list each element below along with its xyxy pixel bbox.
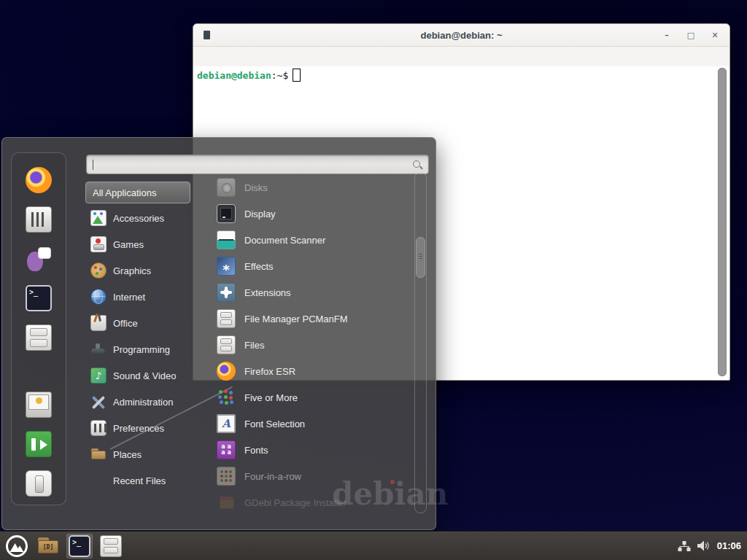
terminal-menu-view[interactable]	[225, 55, 239, 59]
search-icon	[412, 160, 422, 170]
terminal-icon	[26, 285, 52, 311]
app-files[interactable]: Files	[195, 332, 414, 358]
terminal-scrollbar[interactable]	[718, 68, 727, 375]
programming-icon	[90, 341, 107, 357]
category-label: Graphics	[113, 265, 151, 276]
favorite-pidgin[interactable]	[25, 245, 53, 273]
category-internet[interactable]: Internet	[84, 284, 195, 310]
terminal-scrollbar-thumb[interactable]	[718, 68, 727, 376]
app-document-scanner[interactable]: Document Scanner	[195, 227, 414, 253]
app-label: File Manager PCManFM	[244, 314, 348, 324]
app-label: Font Selection	[244, 419, 305, 429]
category-label: Office	[113, 318, 138, 329]
favorites-panel	[11, 152, 66, 505]
menu-search-box	[86, 155, 429, 174]
office-icon	[90, 315, 107, 331]
favorite-shutdown[interactable]	[25, 470, 53, 497]
app-effects[interactable]: Effects	[195, 253, 414, 279]
favorite-terminal[interactable]	[25, 284, 53, 312]
app-disks[interactable]: Disks	[195, 174, 414, 201]
category-programming[interactable]: Programming	[84, 336, 195, 362]
category-label: Places	[113, 449, 142, 460]
minimize-button[interactable]: –	[662, 31, 671, 40]
terminal-menu-search[interactable]	[239, 55, 252, 59]
app-file-manager-pcmanfm[interactable]: File Manager PCManFM	[195, 306, 414, 332]
applications-list: Disks Display Document Scanner Effects E…	[195, 174, 414, 516]
volume-icon[interactable]	[697, 540, 711, 551]
app-gdebi-package-installer[interactable]: GDebi Package Installer	[195, 489, 414, 516]
terminal-menu-edit[interactable]	[212, 55, 225, 59]
games-icon	[90, 236, 107, 252]
settings-icon	[26, 206, 52, 233]
display-icon	[217, 204, 236, 223]
terminal-menu-help[interactable]	[265, 55, 278, 59]
category-administration[interactable]: Administration	[84, 389, 195, 415]
logout-icon	[26, 431, 52, 457]
terminal-icon	[69, 535, 90, 557]
applications-scrollbar[interactable]	[414, 172, 427, 513]
launcher-desktop-folder[interactable]: [D]	[35, 534, 61, 559]
terminal-window-icon	[204, 31, 210, 39]
graphics-icon	[90, 262, 107, 279]
launcher-menu-button[interactable]	[4, 534, 30, 559]
category-preferences[interactable]: Preferences	[84, 415, 195, 441]
category-label: Internet	[113, 292, 145, 303]
category-label: Administration	[113, 397, 173, 408]
administration-icon	[90, 394, 107, 410]
app-label: Files	[244, 340, 264, 351]
shutdown-icon	[26, 470, 52, 497]
terminal-menu-file[interactable]	[199, 55, 212, 59]
maximize-button[interactable]: □	[686, 31, 695, 40]
favorite-settings[interactable]	[25, 206, 53, 233]
taskbar: [D] 01:06	[0, 531, 747, 560]
app-label: Extensions	[244, 287, 291, 298]
internet-icon	[90, 289, 107, 305]
places-icon	[90, 446, 107, 462]
extensions-icon	[217, 283, 236, 302]
accessories-icon	[90, 210, 107, 226]
category-games[interactable]: Games	[84, 231, 195, 257]
favorite-file-manager[interactable]	[25, 324, 53, 351]
favorite-screensaver[interactable]	[25, 391, 53, 419]
app-display[interactable]: Display	[195, 201, 414, 227]
cabinet-icon	[100, 535, 122, 557]
favorite-firefox[interactable]	[25, 166, 53, 194]
favorite-logout[interactable]	[25, 430, 53, 458]
app-font-selection[interactable]: Font Selection	[195, 411, 414, 437]
category-accessories[interactable]: Accessories	[84, 205, 195, 231]
category-sound-video[interactable]: Sound & Video	[84, 362, 195, 389]
taskbar-launchers: [D]	[0, 534, 124, 559]
app-four-in-a-row[interactable]: Four-in-a-row	[195, 463, 414, 489]
cabinet-icon	[217, 309, 236, 328]
terminal-titlebar[interactable]: debian@debian: ~ – □ ✕	[193, 24, 729, 47]
app-label: Fonts	[244, 445, 268, 456]
category-recent-files[interactable]: Recent Files	[84, 467, 195, 494]
search-input[interactable]	[87, 155, 428, 174]
terminal-menu-terminal[interactable]	[252, 55, 265, 59]
sound-video-icon	[90, 368, 107, 384]
preferences-icon	[90, 420, 107, 436]
launcher-files-task[interactable]	[98, 534, 124, 559]
network-icon[interactable]	[678, 541, 691, 551]
applications-scrollbar-thumb[interactable]	[416, 237, 425, 278]
category-office[interactable]: Office	[84, 310, 195, 336]
prompt-user-host: debian@debian	[197, 70, 271, 81]
app-firefox-esr[interactable]: Firefox ESR	[195, 358, 414, 384]
close-button[interactable]: ✕	[711, 31, 719, 40]
effects-icon	[217, 257, 236, 276]
category-all-applications[interactable]: All Applications	[85, 182, 190, 203]
launcher-terminal-task[interactable]	[66, 534, 93, 559]
category-label: Games	[113, 239, 144, 250]
clock[interactable]: 01:06	[717, 540, 741, 551]
app-fonts[interactable]: Fonts	[195, 437, 414, 463]
category-label: Preferences	[113, 423, 164, 434]
category-places[interactable]: Places	[84, 441, 195, 467]
menu-icon	[6, 535, 28, 557]
app-extensions[interactable]: Extensions	[195, 279, 414, 306]
category-graphics[interactable]: Graphics	[84, 257, 195, 284]
five-or-more-icon	[217, 388, 236, 407]
app-label: Disks	[244, 182, 268, 193]
category-label: Recent Files	[113, 475, 166, 486]
app-five-or-more[interactable]: Five or More	[195, 384, 414, 411]
system-tray: 01:06	[678, 540, 747, 551]
